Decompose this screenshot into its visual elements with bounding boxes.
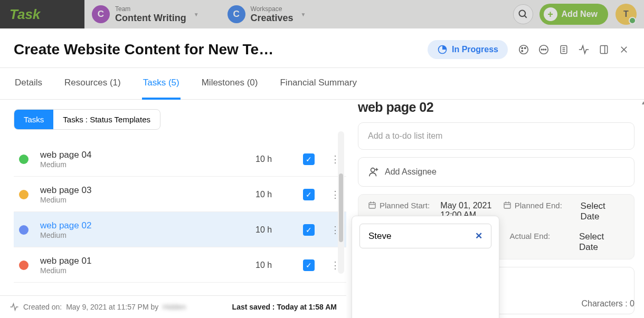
detail-title: web page 02 [358,100,634,115]
todo-card: Add a to-do list item [358,122,634,150]
calendar-icon [503,201,512,209]
svg-point-5 [525,47,526,49]
task-hours: 10 h [255,155,303,164]
footer: Created on: May 9, 2021 at 11:57 PM by H… [0,295,346,318]
svg-line-1 [524,16,526,18]
notes-icon[interactable] [557,43,570,56]
status-dot [19,155,29,164]
todo-input[interactable]: Add a to-do list item [368,131,624,141]
svg-point-0 [519,11,525,17]
task-priority: Medium [40,160,255,169]
team-name: Content Writing [115,13,186,23]
tab-tasks[interactable]: Tasks (5) [142,68,181,100]
user-avatar[interactable]: T [615,4,637,25]
task-name: web page 02 [40,220,255,231]
workspace-avatar: C [228,5,245,23]
panel-icon[interactable] [598,43,610,56]
team-label: Team [115,5,186,13]
created-value: May 9, 2021 at 11:57 PM by [66,303,158,311]
search-icon [518,9,528,20]
chevron-down-icon[interactable]: ▼ [301,12,306,17]
task-row[interactable]: web page 01Medium10 h✓⋮ [14,247,346,283]
task-row[interactable]: web page 02Medium10 h✓⋮ [14,212,346,247]
scrollbar-right[interactable]: ▲ [641,100,644,301]
assignee-chip[interactable]: Steve ✕ [359,224,491,248]
task-hours: 10 h [255,225,303,235]
assignee-popover: Steve ✕ [352,216,499,318]
task-row[interactable]: web page 03Medium10 h✓⋮ [14,177,346,212]
task-hours: 10 h [255,261,303,270]
svg-point-10 [545,49,546,50]
svg-rect-15 [600,46,607,54]
remove-assignee-icon[interactable]: ✕ [475,230,482,242]
planned-end-value[interactable]: Select Date [581,201,624,222]
progress-icon [437,44,448,55]
task-detail-panel: web page 02 Add a to-do list item Add As… [346,100,644,301]
team-crumb[interactable]: C Team Content Writing ▼ [84,0,220,28]
team-avatar: C [92,5,110,23]
top-bar: Task C Team Content Writing ▼ C Workspac… [0,0,644,28]
close-icon[interactable] [618,43,630,56]
svg-point-19 [371,168,375,172]
task-list: web page 04Medium10 h✓⋮web page 03Medium… [14,141,346,283]
actual-end-label: Actual End: [510,232,572,253]
activity-icon[interactable] [577,43,590,56]
subtoggle-tasks[interactable]: Tasks [14,110,53,129]
chevron-down-icon[interactable]: ▼ [194,12,199,17]
page-header: Create Website Content for New Te… In Pr… [0,28,644,68]
add-new-label: Add New [562,9,598,19]
last-saved: Last saved : Today at 1:58 AM [232,303,337,311]
tab-milestones[interactable]: Milestones (0) [201,68,259,99]
status-dot [19,225,29,235]
svg-point-6 [522,51,523,52]
created-label: Created on: [23,303,62,311]
workspace-label: Workspace [251,5,293,13]
add-assignee-label: Add Assignee [385,167,437,177]
assignee-card[interactable]: Add Assignee [358,157,634,187]
calendar-icon [368,201,376,209]
task-name: web page 03 [40,185,255,196]
workspace-name: Creatives [251,13,293,23]
tab-resources[interactable]: Resources (1) [63,68,122,99]
palette-icon[interactable] [517,43,530,56]
char-count: Characters : 0 [582,299,634,309]
task-name: web page 04 [40,150,255,160]
status-pill[interactable]: In Progress [428,40,508,59]
page-title: Create Website Content for New Te… [14,41,428,58]
tab-details[interactable]: Details [14,68,43,99]
person-add-icon [368,166,380,178]
task-priority: Medium [40,231,255,239]
subtoggle: Tasks Tasks : Status Templates [14,109,160,130]
app-logo[interactable]: Task [0,0,84,28]
planned-end-label: Planned End: [503,201,573,222]
svg-point-8 [541,49,542,50]
activity-icon [10,302,19,312]
workspace-crumb[interactable]: C Workspace Creatives ▼ [220,0,327,28]
scrollbar[interactable] [338,131,344,274]
task-priority: Medium [40,196,255,204]
task-checkbox[interactable]: ✓ [303,189,315,200]
tab-bar: Details Resources (1) Tasks (5) Mileston… [0,68,644,100]
task-checkbox[interactable]: ✓ [303,153,315,165]
tab-financial[interactable]: Financial Summary [279,68,358,99]
status-label: In Progress [452,45,498,54]
chat-icon[interactable] [537,43,550,56]
add-new-button[interactable]: + Add New [539,4,608,25]
task-list-panel: Tasks Tasks : Status Templates web page … [0,100,346,301]
task-checkbox[interactable]: ✓ [303,259,315,271]
status-dot [19,190,29,199]
svg-point-9 [543,49,544,50]
task-checkbox[interactable]: ✓ [303,224,315,236]
search-button[interactable] [513,4,533,24]
actual-end-value[interactable]: Select Date [579,232,624,253]
task-row[interactable]: web page 04Medium10 h✓⋮ [14,141,346,177]
task-priority: Medium [40,266,255,275]
svg-rect-26 [504,203,510,208]
task-name: web page 01 [40,256,255,266]
subtoggle-templates[interactable]: Tasks : Status Templates [53,110,160,129]
created-by: Hidden [163,303,186,311]
plus-icon: + [544,7,557,21]
svg-point-3 [519,45,528,54]
svg-rect-22 [369,203,375,208]
svg-point-4 [522,47,523,49]
